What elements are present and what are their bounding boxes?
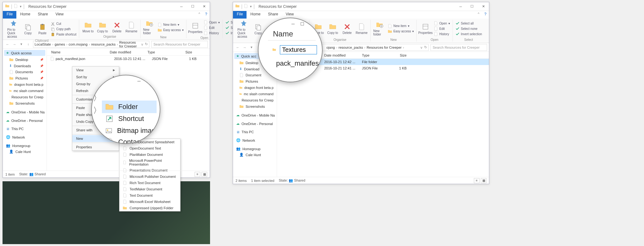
sub-excel[interactable]: Microsoft Excel Worksheet: [119, 199, 180, 205]
new-item-button[interactable]: New item ▾: [388, 24, 414, 29]
sidebar-item-screenshots[interactable]: Screenshots: [7, 100, 45, 107]
tab-share[interactable]: Share: [34, 11, 52, 19]
forward-button[interactable]: →: [242, 45, 247, 50]
col-name[interactable]: Name: [47, 50, 110, 54]
file-manifest[interactable]: pack_manifes: [271, 57, 318, 70]
copy-button[interactable]: Copy: [22, 23, 34, 35]
delete-button[interactable]: Delete: [341, 23, 353, 35]
sidebar-item-dragon[interactable]: dragon front beta p: [7, 81, 45, 88]
down-icon[interactable]: ▼: [249, 5, 252, 8]
sub-textmaker[interactable]: TextMaker Document: [119, 186, 180, 192]
close-button[interactable]: ✕: [198, 3, 210, 11]
help-icon[interactable]: ?: [482, 11, 489, 19]
select-none-button[interactable]: Select none: [455, 26, 482, 31]
down-icon[interactable]: ▼: [19, 5, 22, 8]
sidebar-user[interactable]: 👤Cale Hunt: [7, 149, 45, 155]
pin-button[interactable]: Pin to Quick access: [237, 20, 250, 38]
rename-button[interactable]: Rename: [125, 21, 138, 33]
sidebar-onedrive-mobile[interactable]: ☁OneDrive - Mobile Na: [234, 112, 275, 118]
submenu-folder[interactable]: Folder: [102, 101, 157, 113]
copy-path-button[interactable]: Copy path: [51, 27, 76, 32]
ctx-view[interactable]: View▶: [72, 67, 119, 74]
crumb[interactable]: games: [55, 42, 65, 46]
cut-button[interactable]: Cut: [51, 21, 76, 26]
move-to-button[interactable]: Move to: [82, 21, 94, 33]
sidebar-item-downloads[interactable]: ⬇Downloads📌: [7, 63, 45, 69]
minimize-button[interactable]: ─: [176, 3, 187, 11]
invert-selection-button[interactable]: Invert selection: [455, 31, 482, 36]
search-input[interactable]: Search Resources for Creeper: [430, 44, 487, 51]
sub-planmaker[interactable]: PlanMaker Document: [119, 151, 180, 158]
open-button[interactable]: Open ▾: [434, 21, 450, 26]
view-details-button[interactable]: ≡: [474, 178, 480, 183]
sidebar-item-documents[interactable]: Documents📌: [7, 69, 45, 75]
sub-odtext[interactable]: OpenDocument Text: [119, 145, 180, 151]
sidebar-this-pc[interactable]: 🖥This PC: [234, 129, 275, 135]
tab-share[interactable]: Share: [264, 11, 282, 19]
properties-button[interactable]: Properties: [189, 22, 202, 34]
edit-button[interactable]: Edit: [434, 26, 450, 31]
view-icons-button[interactable]: ▦: [202, 172, 207, 177]
crumb[interactable]: Resources for Creeper: [367, 46, 402, 49]
recent-button[interactable]: ▾: [249, 45, 254, 50]
sidebar-item-resources[interactable]: Resources for Creep: [7, 94, 45, 100]
easy-access-button[interactable]: Easy access ▾: [388, 29, 414, 34]
recent-button[interactable]: ▾: [19, 41, 24, 47]
col-size[interactable]: Size: [390, 53, 409, 57]
breadcrumbs[interactable]: LocalState› games› com.mojang› resource_…: [33, 41, 149, 48]
minimize-button[interactable]: ─: [455, 3, 466, 11]
open-button[interactable]: Open ▾: [203, 20, 219, 25]
sidebar-item-resources[interactable]: Resources for Creep: [237, 97, 275, 103]
crumb[interactable]: com.mojang: [69, 42, 87, 46]
tab-home[interactable]: Home: [247, 11, 264, 19]
maximize-button[interactable]: ☐: [466, 3, 478, 11]
crumb[interactable]: resource_packs: [339, 46, 363, 49]
search-input[interactable]: Search Resources for Creeper: [151, 41, 208, 48]
new-folder-button[interactable]: New folder: [373, 21, 386, 36]
properties-button[interactable]: Properties: [419, 23, 432, 35]
sidebar-item-dragon[interactable]: dragon front beta p: [237, 85, 275, 91]
col-size[interactable]: Size: [176, 50, 195, 54]
rename-button[interactable]: Rename: [355, 23, 368, 35]
sidebar-user[interactable]: 👤Cale Hunt: [237, 152, 275, 158]
back-button[interactable]: ←: [235, 45, 241, 50]
sidebar-item-mc[interactable]: mc slash command: [237, 91, 275, 97]
delete-button[interactable]: Delete: [111, 21, 123, 33]
history-button[interactable]: History: [434, 31, 450, 36]
sidebar-homegroup[interactable]: 👥Homegroup: [234, 146, 275, 152]
sub-rtf[interactable]: Rich Text Document: [119, 180, 180, 186]
col-type[interactable]: Type: [362, 53, 390, 57]
sidebar-onedrive-mobile[interactable]: ☁OneDrive - Mobile Na: [4, 109, 45, 115]
submenu-shortcut[interactable]: Shortcut: [102, 112, 157, 125]
ribbon-collapse-icon[interactable]: ^: [196, 11, 203, 19]
up-button[interactable]: ↑: [25, 41, 31, 47]
tab-file[interactable]: File: [3, 11, 16, 19]
close-button[interactable]: ✕: [478, 3, 489, 11]
paste-button[interactable]: Paste: [36, 23, 49, 35]
paste-shortcut-button[interactable]: Paste shortcut: [51, 32, 76, 37]
crumb[interactable]: resource_packs: [91, 42, 116, 46]
crumb[interactable]: LocalState: [35, 42, 51, 46]
sidebar-item-screenshots[interactable]: Screenshots: [237, 103, 275, 110]
submenu-bitmap[interactable]: Bitmap image: [102, 124, 157, 137]
view-details-button[interactable]: ≡: [195, 172, 200, 177]
sub-textdoc[interactable]: Text Document: [119, 192, 180, 199]
view-icons-button[interactable]: ▦: [481, 178, 486, 183]
select-all-button[interactable]: Select all: [455, 21, 482, 26]
sidebar-this-pc[interactable]: 🖥This PC: [4, 126, 45, 132]
sidebar-network[interactable]: 🌐Network: [234, 137, 275, 143]
sidebar-network[interactable]: 🌐Network: [4, 134, 45, 140]
sub-powerpoint[interactable]: Microsoft PowerPoint Presentation: [119, 158, 180, 167]
forward-button[interactable]: →: [12, 41, 17, 47]
sidebar-item-pictures[interactable]: Pictures📌: [7, 75, 45, 81]
pin-button[interactable]: Pin to Quick access: [7, 20, 20, 38]
col-date[interactable]: Date modified: [324, 53, 362, 57]
col-date[interactable]: Date modified: [110, 50, 147, 54]
col-type[interactable]: Type: [147, 50, 176, 54]
crumb[interactable]: Resources for Creeper: [119, 41, 141, 48]
help-icon[interactable]: ?: [203, 11, 210, 19]
tab-file[interactable]: File: [233, 11, 247, 19]
sidebar-item-mc[interactable]: mc slash command: [7, 88, 45, 94]
new-folder-button[interactable]: New folder: [143, 20, 156, 35]
sub-zip[interactable]: Compressed (zipped) Folder: [119, 205, 180, 211]
